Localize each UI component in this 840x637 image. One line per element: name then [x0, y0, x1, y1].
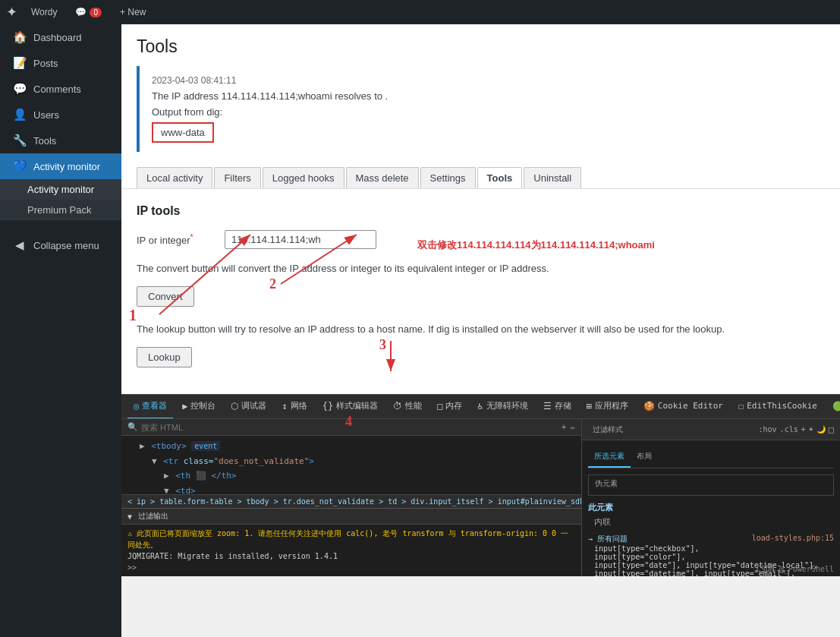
debugger-icon: ⬡: [231, 401, 238, 412]
convert-section: Convert: [137, 286, 825, 307]
comment-count-badge: 0: [90, 8, 102, 17]
style-editor-label: 样式编辑器: [336, 400, 378, 412]
console-filter-label: 过滤输出: [138, 511, 168, 522]
result-date: 2023-04-03 08:41:11: [152, 75, 813, 86]
triangle-icon[interactable]: ▼: [152, 456, 157, 466]
sidebar-item-tools[interactable]: 🔧 Tools: [0, 128, 121, 153]
triangle-icon[interactable]: ▶: [164, 471, 169, 481]
accessibility-icon: ♿: [477, 401, 483, 412]
devtools-tab-debugger[interactable]: ⬡ 调试器: [225, 395, 272, 419]
accessibility-label: 无障碍环境: [486, 400, 528, 412]
sidebar-sub-premium-pack[interactable]: Premium Pack: [0, 200, 121, 220]
triangle-icon[interactable]: ▶: [140, 441, 145, 451]
tab-logged-hooks[interactable]: Logged hooks: [263, 167, 344, 188]
section-title: IP tools: [137, 204, 825, 218]
sidebar-item-activity-monitor[interactable]: 💙 Activity monitor: [0, 153, 121, 179]
right-tab-selected[interactable]: 所选元素: [588, 446, 631, 468]
tab-settings[interactable]: Settings: [420, 167, 476, 188]
result-output-label: Output from dig:: [152, 106, 813, 118]
sidebar-sub-label: Activity monitor: [27, 184, 94, 195]
tab-local-activity[interactable]: Local activity: [137, 167, 212, 188]
devtools-tab-storage[interactable]: ☰ 存储: [537, 395, 577, 419]
sidebar-item-label: Users: [33, 109, 59, 121]
network-icon: ↕: [282, 401, 287, 412]
pseudo-title: 伪元素: [595, 478, 827, 489]
sidebar-item-users[interactable]: 👤 Users: [0, 102, 121, 128]
cls-button[interactable]: .cls: [780, 425, 798, 434]
html-line-td[interactable]: ▼ <td>: [127, 484, 575, 494]
devtools-tab-memory[interactable]: □ 内存: [431, 395, 468, 419]
tab-uninstall[interactable]: Uninstall: [524, 167, 581, 188]
devtools-tab-hackbar[interactable]: 🟢 HackBar: [826, 395, 840, 419]
devtools-tab-console[interactable]: ▶ 控制台: [176, 395, 222, 419]
ip-label: IP or integer*: [137, 232, 212, 246]
sidebar-sub-activity-monitor[interactable]: Activity monitor: [0, 179, 121, 200]
annotation-3: 3: [379, 337, 386, 353]
sidebar-collapse-label: Collapse menu: [33, 240, 99, 251]
filter-icon: ▼: [127, 512, 132, 521]
convert-button[interactable]: Convert: [137, 286, 194, 307]
network-label: 网络: [291, 400, 307, 412]
devtools-tab-performance[interactable]: ⏱ 性能: [387, 395, 428, 419]
file-ref: load-styles.php:15: [752, 534, 834, 544]
layout-icon[interactable]: □: [829, 424, 834, 435]
performance-label: 性能: [405, 400, 422, 412]
html-line-th[interactable]: ▶ <th ⬛ </th>: [127, 468, 575, 484]
sidebar-item-label: Dashboard: [33, 32, 82, 43]
admin-bar: ✦ Wordy 💬 0 + New: [0, 0, 840, 24]
triangle-icon[interactable]: ▼: [164, 486, 169, 494]
tab-mass-delete[interactable]: Mass delete: [346, 167, 419, 188]
wp-logo-icon[interactable]: ✦: [6, 4, 17, 20]
devtools-tab-inspector[interactable]: ◎ 查看器: [127, 395, 173, 419]
admin-bar-site[interactable]: Wordy: [27, 0, 61, 24]
lookup-button[interactable]: Lookup: [137, 347, 192, 367]
cookie-editor-icon: 🍪: [643, 401, 655, 412]
devtools-breadcrumb: < ip > table.form-table > tbody > tr.doe…: [121, 494, 581, 508]
sidebar-item-label: Posts: [33, 58, 58, 69]
pseudo-section: 伪元素: [588, 475, 834, 496]
annotation-4: 4: [345, 419, 352, 430]
devtools-tab-accessibility[interactable]: ♿ 无障碍环境: [471, 395, 533, 419]
right-tab-layout[interactable]: 布局: [631, 446, 658, 468]
devtools-tab-editthiscookie[interactable]: ☐ EditThisCookie: [732, 395, 823, 419]
filter-styles-label: 过滤样式: [588, 424, 628, 435]
devtools-right-content: 所选元素 布局 伪元素 此元素 内联: [582, 440, 840, 576]
sidebar-item-posts[interactable]: 📝 Posts: [0, 50, 121, 76]
all-issues-header: → 所有问题 load-styles.php:15: [588, 534, 834, 544]
posts-icon: 📝: [12, 56, 27, 70]
sidebar-collapse[interactable]: ◀ Collapse menu: [0, 232, 121, 258]
editthiscookie-icon: ☐: [738, 401, 744, 412]
html-line-tbody[interactable]: ▶ <tbody> event: [127, 439, 575, 454]
result-ip-text: The IP address 114.114.114.114;whoami re…: [152, 90, 813, 102]
moon-icon[interactable]: 🌙: [816, 425, 826, 434]
nav-tabs: Local activity Filters Logged hooks Mass…: [137, 161, 825, 188]
sidebar-item-dashboard[interactable]: 🏠 Dashboard: [0, 24, 121, 50]
console-prompt[interactable]: >>: [127, 562, 575, 573]
console-filter-bar: ▼ 过滤输出: [121, 509, 581, 525]
console-msg-2: JQMIGRATE: Migrate is installed, version…: [127, 550, 575, 562]
html-line-tr[interactable]: ▼ <tr class="does_not_validate">: [127, 454, 575, 469]
devtools-toolbar: ◎ 查看器 ▶ 控制台 ⬡ 调试器 ↕ 网络 {} 样式编辑器 ⏱ 性能: [121, 395, 840, 419]
tab-filters[interactable]: Filters: [214, 167, 260, 188]
sun-icon[interactable]: ☀: [809, 425, 813, 434]
comments-icon: 💬: [12, 82, 27, 96]
devtools-body: 🔍 + ✏ ▶ <tbody> event ▼ <tr class="does_…: [121, 419, 840, 576]
pseudo-button[interactable]: :hov: [759, 425, 777, 434]
devtools-tab-application[interactable]: ⊞ 应用程序: [580, 395, 634, 419]
storage-label: 存储: [555, 400, 571, 412]
memory-icon: □: [437, 401, 442, 412]
event-badge: event: [191, 441, 220, 451]
lookup-description: The lookup button will try to resolve an…: [137, 322, 825, 338]
devtools-html-tree: ▶ <tbody> event ▼ <tr class="does_not_va…: [121, 436, 581, 494]
add-style-button[interactable]: +: [801, 425, 806, 434]
tab-tools[interactable]: Tools: [477, 167, 523, 188]
admin-bar-comments[interactable]: 💬 0: [71, 0, 106, 24]
inline-label: 内联: [594, 517, 611, 527]
tools-result-box: 2023-04-03 08:41:11 The IP address 114.1…: [137, 66, 825, 152]
devtools-tab-network[interactable]: ↕ 网络: [275, 395, 313, 419]
sidebar-item-comments[interactable]: 💬 Comments: [0, 76, 121, 102]
collapse-icon: ◀: [12, 238, 27, 252]
admin-bar-new[interactable]: + New: [115, 0, 150, 24]
ip-input[interactable]: [225, 230, 376, 249]
devtools-tab-cookie-editor[interactable]: 🍪 Cookie Editor: [637, 395, 729, 419]
